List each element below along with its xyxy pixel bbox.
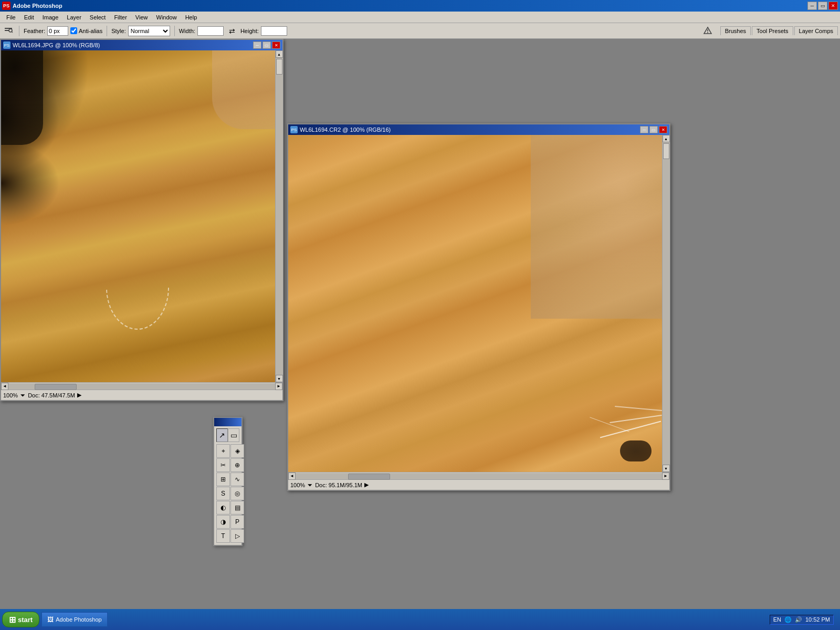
doc-jpg-size: Doc: 47.5M/47.5M (28, 392, 75, 398)
tab-brushes[interactable]: Brushes (720, 26, 751, 35)
geometry-options-icon[interactable] (701, 25, 714, 37)
tool-crop[interactable]: ✂ (216, 458, 230, 472)
scroll-left-cr2[interactable]: ◄ (288, 472, 296, 480)
start-windows-icon: ⊞ (9, 615, 16, 625)
scroll-down-arrow[interactable]: ▼ (276, 375, 283, 382)
menu-select[interactable]: Select (86, 13, 110, 22)
svg-line-3 (12, 32, 13, 33)
taskbar-photoshop[interactable]: 🖼 Adobe Photoshop (41, 612, 107, 627)
menu-bar: File Edit Image Layer Select Filter View… (0, 12, 840, 23)
taskbar: ⊞ start 🖼 Adobe Photoshop EN 🌐 🔊 10:52 P… (0, 609, 840, 630)
svg-point-6 (707, 32, 708, 33)
doc-jpg-titlebar[interactable]: PS WL6L1694.JPG @ 100% (RGB/8) ─ ▭ ✕ (1, 40, 282, 50)
tool-palette: ↗ ▭ ⌖ ◈ ✂ ⊕ ⊞ ∿ S ◎ ◐ ▤ ◑ P T ▷ (213, 417, 243, 546)
tool-type[interactable]: T (216, 529, 230, 543)
doc-cr2-controls: ─ ▭ ✕ (640, 126, 667, 133)
start-button[interactable]: ⊞ start (2, 612, 39, 627)
menu-window[interactable]: Window (152, 13, 181, 22)
scroll-thumb[interactable] (276, 59, 282, 75)
menu-edit[interactable]: Edit (20, 13, 38, 22)
menu-file[interactable]: File (2, 13, 20, 22)
tool-path[interactable]: ▷ (230, 529, 244, 543)
feather-input[interactable] (47, 26, 68, 36)
scroll-track (276, 58, 283, 375)
app-title: Adobe Photoshop (13, 3, 62, 9)
tool-heal[interactable]: ⊞ (216, 472, 230, 486)
doc-cr2-arrow: ▶ (364, 481, 369, 488)
doc-cr2-status: 100% ⏷ Doc: 95.1M/95.1M ▶ (288, 479, 669, 490)
toolbar: Feather: Anti-alias Style: Normal Fixed … (0, 23, 840, 39)
tool-lasso[interactable]: ⌖ (216, 444, 230, 458)
doc-cr2-title: WL6L1694.CR2 @ 100% (RGB/16) (300, 127, 391, 133)
style-label: Style: (111, 28, 126, 34)
minimize-button[interactable]: ─ (807, 2, 817, 10)
doc-cr2-close[interactable]: ✕ (659, 126, 667, 133)
menu-layer[interactable]: Layer (62, 13, 86, 22)
menu-view[interactable]: View (131, 13, 152, 22)
tool-stamp[interactable]: S (216, 487, 230, 500)
tool-dodge[interactable]: ◑ (216, 515, 230, 529)
tab-tool-presets[interactable]: Tool Presets (752, 26, 793, 35)
doc-cr2-icon: PS (290, 126, 298, 133)
doc-cr2-titlebar[interactable]: PS WL6L1694.CR2 @ 100% (RGB/16) ─ ▭ ✕ (288, 124, 669, 135)
width-input[interactable] (197, 26, 224, 36)
tool-eraser[interactable]: ◐ (216, 501, 230, 514)
anti-alias-checkbox[interactable] (70, 27, 77, 34)
taskbar-right: EN 🌐 🔊 10:52 PM (770, 615, 838, 625)
scroll-down-arrow-cr2[interactable]: ▼ (663, 465, 670, 472)
doc-jpg-zoom: 100% (3, 392, 18, 398)
h-scroll-thumb[interactable] (35, 384, 77, 390)
doc-jpg-restore[interactable]: ▭ (262, 41, 271, 49)
tool-pen[interactable]: P (230, 515, 244, 529)
scroll-thumb-cr2[interactable] (663, 143, 669, 159)
scroll-up-arrow[interactable]: ▲ (276, 50, 283, 58)
doc-jpg-icon: PS (3, 41, 10, 49)
close-button[interactable]: ✕ (828, 2, 838, 10)
doc-jpg-title: WL6L1694.JPG @ 100% (RGB/8) (13, 42, 100, 48)
document-jpg: PS WL6L1694.JPG @ 100% (RGB/8) ─ ▭ ✕ (0, 39, 284, 401)
doc-jpg-status-icon: ⏷ (20, 392, 26, 398)
lasso-tool-active[interactable]: ↗ (216, 428, 228, 442)
doc-cr2-restore[interactable]: ▭ (649, 126, 658, 133)
app-icon: PS (2, 2, 10, 10)
menu-filter[interactable]: Filter (110, 13, 131, 22)
doc-jpg-scrollbar-v[interactable]: ▲ ▼ (275, 50, 282, 382)
tool-palette-titlebar[interactable] (214, 418, 242, 426)
swap-icon[interactable]: ⇄ (226, 25, 238, 37)
tool-history[interactable]: ◎ (230, 487, 244, 500)
doc-cr2-status-icon: ⏷ (307, 482, 313, 488)
tool-wand[interactable]: ◈ (230, 444, 244, 458)
scroll-track-cr2 (663, 142, 670, 465)
height-input[interactable] (261, 26, 287, 36)
language-indicator: EN (773, 616, 781, 623)
tab-layer-comps[interactable]: Layer Comps (794, 26, 838, 35)
crop-tool[interactable]: ▭ (228, 428, 239, 442)
anti-alias-label: Anti-alias (79, 28, 102, 34)
h-scroll-thumb-cr2[interactable] (348, 474, 390, 480)
doc-jpg-minimize[interactable]: ─ (253, 41, 261, 49)
clock: 10:52 PM (805, 616, 830, 623)
doc-cr2-scrollbar-h[interactable]: ◄ ► (288, 472, 669, 479)
restore-button[interactable]: ▭ (818, 2, 827, 10)
tool-brush[interactable]: ∿ (230, 472, 244, 486)
scroll-right-cr2[interactable]: ► (662, 472, 669, 480)
workspace: PS WL6L1694.JPG @ 100% (RGB/8) ─ ▭ ✕ (0, 39, 840, 609)
menu-image[interactable]: Image (38, 13, 63, 22)
tool-eyedrop[interactable]: ⊕ (230, 458, 244, 472)
height-label: Height: (240, 28, 259, 34)
tool-options-icon[interactable] (2, 25, 15, 37)
doc-cr2-minimize[interactable]: ─ (640, 126, 648, 133)
toolbar-sep2 (107, 26, 107, 36)
tool-gradient[interactable]: ▤ (230, 501, 244, 514)
scroll-left-arrow[interactable]: ◄ (1, 383, 8, 390)
feather-label: Feather: (24, 28, 45, 34)
scroll-right-arrow[interactable]: ► (275, 383, 282, 390)
scroll-up-arrow-cr2[interactable]: ▲ (663, 135, 670, 142)
doc-cr2-scrollbar-v[interactable]: ▲ ▼ (662, 135, 669, 472)
menu-help[interactable]: Help (181, 13, 202, 22)
doc-jpg-scrollbar-h[interactable]: ◄ ► (1, 382, 282, 390)
doc-cr2-size: Doc: 95.1M/95.1M (315, 482, 362, 488)
doc-jpg-close[interactable]: ✕ (272, 41, 280, 49)
style-select[interactable]: Normal Fixed Ratio Fixed Size (128, 26, 170, 36)
doc-jpg-arrow: ▶ (77, 392, 81, 398)
